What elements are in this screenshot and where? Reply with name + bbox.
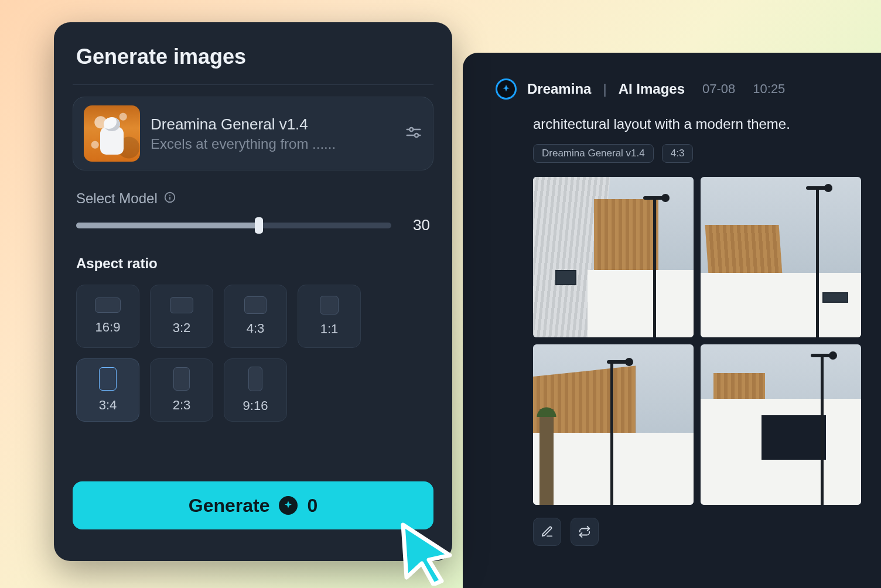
- slider-value: 30: [405, 216, 430, 234]
- aspect-ratio-grid: 16:93:24:31:13:42:39:16: [73, 285, 433, 422]
- brand-name: Dreamina: [527, 81, 591, 97]
- model-thumbnail: [84, 105, 140, 162]
- chip-ratio: 4:3: [662, 144, 694, 163]
- ratio-label: 4:3: [247, 321, 265, 336]
- aspect-ratio-9-16[interactable]: 9:16: [224, 358, 287, 422]
- ratio-label: 16:9: [95, 320, 121, 335]
- slider-track[interactable]: [76, 223, 391, 228]
- ratio-label: 3:4: [99, 398, 117, 413]
- result-actions: [533, 518, 848, 546]
- ratio-shape-icon: [244, 296, 267, 314]
- ratio-shape-icon: [248, 367, 262, 391]
- generate-count: 0: [307, 495, 317, 517]
- aspect-ratio-1-1[interactable]: 1:1: [298, 285, 361, 348]
- ratio-shape-icon: [95, 298, 121, 313]
- divider: [73, 84, 433, 85]
- regenerate-button[interactable]: [571, 518, 599, 546]
- svg-point-3: [415, 134, 418, 137]
- ratio-shape-icon: [320, 296, 339, 314]
- slider-fill: [76, 223, 259, 228]
- ratio-shape-icon: [99, 367, 117, 391]
- generate-panel: Generate images Dreamina General v1.4 Ex…: [54, 22, 452, 561]
- model-description: Excels at everything from ......: [151, 136, 394, 152]
- model-selector[interactable]: Dreamina General v1.4 Excels at everythi…: [73, 97, 433, 170]
- generate-label: Generate: [189, 495, 270, 517]
- svg-point-6: [169, 194, 170, 196]
- generate-button[interactable]: Generate 0: [73, 481, 433, 529]
- aspect-ratio-4-3[interactable]: 4:3: [224, 285, 287, 348]
- result-image-3[interactable]: [533, 344, 694, 505]
- model-name: Dreamina General v1.4: [151, 115, 394, 134]
- ratio-label: 2:3: [173, 398, 191, 413]
- results-panel: Dreamina | AI Images 07-08 10:25 archite…: [463, 53, 881, 588]
- aspect-ratio-3-2[interactable]: 3:2: [150, 285, 213, 348]
- result-image-2[interactable]: [701, 177, 861, 337]
- select-model-row: Select Model: [73, 190, 433, 207]
- ratio-shape-icon: [170, 297, 193, 313]
- settings-sliders-icon[interactable]: [405, 124, 422, 143]
- ratio-shape-icon: [173, 367, 190, 391]
- model-text: Dreamina General v1.4 Excels at everythi…: [151, 115, 394, 152]
- aspect-ratio-label: Aspect ratio: [73, 255, 433, 272]
- chip-model: Dreamina General v1.4: [533, 144, 654, 163]
- panel-title: Generate images: [73, 45, 433, 69]
- result-grid: [533, 177, 861, 505]
- info-icon[interactable]: [163, 191, 176, 206]
- credits-icon: [279, 496, 298, 515]
- model-slider[interactable]: 30: [73, 216, 433, 234]
- results-header: Dreamina | AI Images 07-08 10:25: [496, 78, 848, 100]
- ratio-label: 3:2: [173, 320, 191, 336]
- result-chips: Dreamina General v1.4 4:3: [533, 144, 848, 163]
- result-time: 10:25: [753, 81, 785, 97]
- prompt-text: architectural layout with a modern theme…: [533, 116, 848, 132]
- aspect-ratio-2-3[interactable]: 2:3: [150, 358, 213, 422]
- section-name: AI Images: [619, 81, 685, 97]
- result-image-4[interactable]: [701, 344, 861, 505]
- result-date: 07-08: [702, 81, 735, 97]
- slider-thumb[interactable]: [255, 217, 263, 234]
- edit-button[interactable]: [533, 518, 561, 546]
- separator: |: [602, 81, 607, 97]
- ratio-label: 1:1: [320, 322, 339, 337]
- svg-point-1: [409, 128, 413, 131]
- aspect-ratio-3-4[interactable]: 3:4: [76, 358, 139, 422]
- select-model-label: Select Model: [76, 190, 158, 207]
- aspect-ratio-16-9[interactable]: 16:9: [76, 285, 139, 348]
- result-image-1[interactable]: [533, 177, 694, 337]
- sparkle-icon: [496, 78, 517, 100]
- ratio-label: 9:16: [243, 398, 268, 413]
